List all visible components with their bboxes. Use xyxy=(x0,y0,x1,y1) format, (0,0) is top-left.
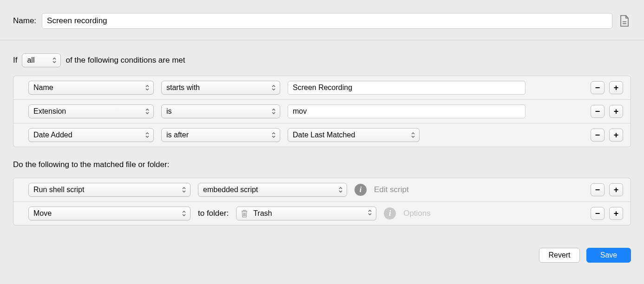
add-row-button[interactable]: + xyxy=(609,207,623,220)
condition-value-popup[interactable]: Date Last Matched xyxy=(288,128,420,142)
conditions-suffix: of the following conditions are met xyxy=(66,56,185,65)
destination-folder-value: Trash xyxy=(253,209,363,218)
footer: Revert Save xyxy=(0,239,644,272)
options-label: Options xyxy=(403,209,431,218)
chevron-updown-icon xyxy=(338,187,343,193)
condition-value-input[interactable] xyxy=(288,104,526,118)
remove-row-button[interactable]: − xyxy=(591,105,605,118)
remove-row-button[interactable]: − xyxy=(591,207,605,220)
chevron-updown-icon xyxy=(411,132,415,138)
chevron-updown-icon xyxy=(271,132,276,138)
destination-folder-popup[interactable]: Trash xyxy=(236,207,376,220)
chevron-updown-icon xyxy=(271,84,276,91)
remove-row-button[interactable]: − xyxy=(591,81,605,94)
conditions-header: If all of the following conditions are m… xyxy=(13,53,631,67)
match-mode-value: all xyxy=(27,56,34,65)
if-label: If xyxy=(13,56,17,65)
chevron-updown-icon xyxy=(52,57,57,64)
edit-script-label[interactable]: Edit script xyxy=(374,185,409,194)
condition-operator-value: is after xyxy=(166,131,189,139)
plus-icon: + xyxy=(614,83,619,93)
condition-row: Name starts with − + xyxy=(13,76,631,100)
chevron-updown-icon xyxy=(145,108,150,115)
minus-icon: − xyxy=(595,185,600,195)
conditions-box: Name starts with − + Extension is xyxy=(13,76,631,147)
plus-icon: + xyxy=(614,107,619,116)
info-icon: i xyxy=(384,207,396,219)
action-arg-value: embedded script xyxy=(203,186,258,194)
add-row-button[interactable]: + xyxy=(609,183,623,196)
add-row-button[interactable]: + xyxy=(609,81,623,94)
chevron-updown-icon xyxy=(368,209,372,218)
action-row: Move to folder: Trash i xyxy=(13,202,631,225)
action-type-popup[interactable]: Run shell script xyxy=(28,183,191,197)
minus-icon: − xyxy=(595,209,600,219)
remove-row-button[interactable]: − xyxy=(591,129,605,142)
condition-operator-popup[interactable]: is xyxy=(161,104,280,118)
condition-row: Date Added is after Date Last Matched − … xyxy=(13,123,631,147)
condition-attribute-value: Name xyxy=(33,84,53,92)
save-button[interactable]: Save xyxy=(586,248,631,263)
name-input[interactable] xyxy=(42,13,612,29)
chevron-updown-icon xyxy=(182,210,186,217)
header-row: Name: xyxy=(0,0,644,40)
condition-attribute-popup[interactable]: Extension xyxy=(28,104,154,118)
action-type-value: Run shell script xyxy=(33,186,84,194)
info-icon[interactable]: i xyxy=(355,184,367,196)
to-folder-label: to folder: xyxy=(198,209,229,218)
action-type-value: Move xyxy=(33,209,52,218)
condition-operator-popup[interactable]: starts with xyxy=(161,81,280,95)
trash-icon xyxy=(240,209,249,218)
add-row-button[interactable]: + xyxy=(609,129,623,142)
remove-row-button[interactable]: − xyxy=(591,183,605,196)
condition-row: Extension is − + xyxy=(13,100,631,123)
name-label: Name: xyxy=(13,16,36,26)
chevron-updown-icon xyxy=(145,84,150,91)
add-row-button[interactable]: + xyxy=(609,105,623,118)
condition-attribute-value: Extension xyxy=(33,107,66,116)
document-icon[interactable] xyxy=(618,14,631,27)
action-type-popup[interactable]: Move xyxy=(28,207,191,220)
condition-operator-popup[interactable]: is after xyxy=(161,128,280,142)
condition-attribute-popup[interactable]: Date Added xyxy=(28,128,154,142)
condition-value-input[interactable] xyxy=(288,81,526,95)
minus-icon: − xyxy=(595,130,600,140)
revert-button[interactable]: Revert xyxy=(539,248,580,263)
actions-box: Run shell script embedded script i Edit … xyxy=(13,178,631,226)
condition-attribute-value: Date Added xyxy=(33,131,72,139)
chevron-updown-icon xyxy=(271,108,276,115)
condition-value-popup-label: Date Last Matched xyxy=(293,131,355,139)
action-arg-popup[interactable]: embedded script xyxy=(198,183,347,197)
plus-icon: + xyxy=(614,130,619,140)
minus-icon: − xyxy=(595,107,600,116)
action-row: Run shell script embedded script i Edit … xyxy=(13,178,631,202)
condition-operator-value: starts with xyxy=(166,84,200,92)
plus-icon: + xyxy=(614,185,619,195)
chevron-updown-icon xyxy=(182,187,186,193)
actions-heading: Do the following to the matched file or … xyxy=(13,160,631,169)
condition-attribute-popup[interactable]: Name xyxy=(28,81,154,95)
minus-icon: − xyxy=(595,83,600,93)
chevron-updown-icon xyxy=(145,132,150,138)
plus-icon: + xyxy=(614,209,619,219)
condition-operator-value: is xyxy=(166,107,172,116)
match-mode-popup[interactable]: all xyxy=(22,53,61,67)
